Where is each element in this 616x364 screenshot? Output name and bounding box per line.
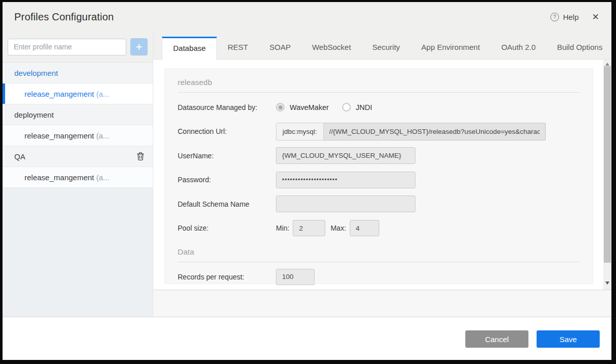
page-title: Profiles Configuration bbox=[14, 11, 114, 23]
pool-max-input[interactable] bbox=[350, 220, 379, 236]
database-form: Datasource Managed by: WaveMaker JNDI Co… bbox=[178, 93, 580, 240]
pool-min-input[interactable] bbox=[293, 220, 325, 236]
profile-detail-panel: Database REST SOAP WebSocket Security Ap… bbox=[153, 32, 611, 317]
datasource-radio-group: WaveMaker JNDI bbox=[276, 103, 380, 111]
profile-item-label: release_mangement (a... bbox=[24, 90, 109, 98]
profiles-sidebar: + development release_mangement (a... de… bbox=[3, 32, 153, 317]
delete-profile-icon[interactable] bbox=[136, 152, 145, 161]
username-row: UserName: bbox=[178, 144, 580, 168]
tab-database[interactable]: Database bbox=[162, 37, 217, 60]
tab-soap[interactable]: SOAP bbox=[259, 36, 301, 59]
tab-rest[interactable]: REST bbox=[217, 36, 259, 59]
datasource-row: Datasource Managed by: WaveMaker JNDI bbox=[178, 95, 580, 120]
pool-size-row: Pool size: Min: Max: bbox=[178, 216, 580, 241]
connection-url-row: Connection Url: jdbc:mysql: bbox=[178, 120, 580, 144]
connection-url-control: jdbc:mysql: bbox=[276, 123, 546, 141]
connection-url-input[interactable] bbox=[324, 123, 546, 141]
scroll-up-arrow-icon[interactable] bbox=[605, 63, 609, 66]
pool-size-label: Pool size: bbox=[178, 224, 276, 232]
pool-max-label: Max: bbox=[330, 224, 346, 232]
password-label: Password: bbox=[178, 176, 276, 184]
jndi-radio[interactable] bbox=[342, 103, 351, 111]
profile-item-release-mangement-deployment[interactable]: release_mangement (a... bbox=[3, 125, 153, 146]
profile-group-qa[interactable]: QA bbox=[3, 146, 153, 167]
tab-bar: Database REST SOAP WebSocket Security Ap… bbox=[153, 32, 611, 60]
help-label: Help bbox=[563, 13, 579, 21]
schema-input[interactable] bbox=[276, 195, 415, 212]
tab-app-environment[interactable]: App Environment bbox=[411, 36, 491, 59]
database-config-card: releasedb Datasource Managed by: WaveMak… bbox=[164, 68, 593, 284]
screen: { "header": { "title": "Profiles Configu… bbox=[0, 0, 616, 364]
profile-group-label: QA bbox=[14, 152, 25, 161]
add-profile-button[interactable]: + bbox=[130, 38, 148, 55]
wavemaker-radio-label: WaveMaker bbox=[290, 103, 329, 111]
scrollbar-thumb[interactable] bbox=[604, 66, 611, 263]
cancel-button[interactable]: Cancel bbox=[465, 330, 528, 348]
profile-group-deployment[interactable]: deployment bbox=[3, 104, 153, 125]
pool-size-controls: Min: Max: bbox=[276, 220, 379, 236]
password-input[interactable] bbox=[276, 172, 415, 188]
profile-item-label: release_mangement (a... bbox=[24, 131, 109, 140]
profile-item-release-mangement-qa[interactable]: release_mangement (a... bbox=[3, 167, 153, 188]
username-input[interactable] bbox=[276, 147, 415, 164]
profiles-configuration-dialog: Profiles Configuration ? Help ✕ + develo… bbox=[3, 2, 611, 360]
password-row: Password: bbox=[178, 168, 580, 192]
data-section-title: Data bbox=[178, 240, 580, 262]
jdbc-prefix: jdbc:mysql: bbox=[276, 123, 324, 141]
vertical-scrollbar[interactable] bbox=[603, 60, 611, 290]
records-per-request-label: Records per request: bbox=[178, 273, 276, 281]
panel-spacer bbox=[153, 290, 611, 317]
connection-url-label: Connection Url: bbox=[178, 127, 276, 135]
scroll-down-arrow-icon[interactable] bbox=[605, 282, 609, 285]
wavemaker-radio[interactable] bbox=[276, 103, 285, 111]
tab-build-options[interactable]: Build Options bbox=[546, 36, 613, 59]
title-bar-actions: ? Help ✕ bbox=[550, 13, 599, 21]
profile-list: development release_mangement (a... depl… bbox=[3, 63, 153, 188]
close-icon[interactable]: ✕ bbox=[592, 13, 599, 21]
save-button[interactable]: Save bbox=[537, 330, 600, 348]
profile-name-input[interactable] bbox=[8, 39, 126, 55]
profile-item-label: release_mangement (a... bbox=[24, 173, 109, 182]
schema-label: Default Schema Name bbox=[178, 200, 276, 208]
schema-row: Default Schema Name bbox=[178, 192, 580, 216]
dialog-body: + development release_mangement (a... de… bbox=[3, 32, 611, 317]
profile-group-label: deployment bbox=[14, 110, 54, 119]
records-per-request-input[interactable] bbox=[276, 269, 315, 285]
title-bar: Profiles Configuration ? Help ✕ bbox=[3, 2, 611, 32]
profile-create-row: + bbox=[3, 32, 153, 63]
dialog-footer: Cancel Save bbox=[3, 317, 611, 360]
help-button[interactable]: ? Help bbox=[550, 13, 579, 21]
help-icon: ? bbox=[550, 13, 559, 21]
pool-min-label: Min: bbox=[276, 224, 289, 232]
tab-security[interactable]: Security bbox=[361, 36, 410, 59]
datasource-label: Datasource Managed by: bbox=[178, 103, 276, 111]
database-tab-panel: releasedb Datasource Managed by: WaveMak… bbox=[153, 60, 611, 290]
jndi-radio-label: JNDI bbox=[356, 103, 372, 111]
tab-websocket[interactable]: WebSocket bbox=[301, 36, 361, 59]
data-form: Records per request: bbox=[178, 262, 580, 289]
profile-group-development[interactable]: development bbox=[3, 63, 153, 83]
database-section-title: releasedb bbox=[178, 69, 580, 93]
profile-item-release-mangement-development[interactable]: release_mangement (a... bbox=[3, 83, 153, 104]
tab-oauth[interactable]: OAuth 2.0 bbox=[491, 36, 547, 59]
profile-group-label: development bbox=[14, 69, 58, 77]
username-label: UserName: bbox=[178, 152, 276, 160]
records-per-request-row: Records per request: bbox=[178, 265, 580, 289]
